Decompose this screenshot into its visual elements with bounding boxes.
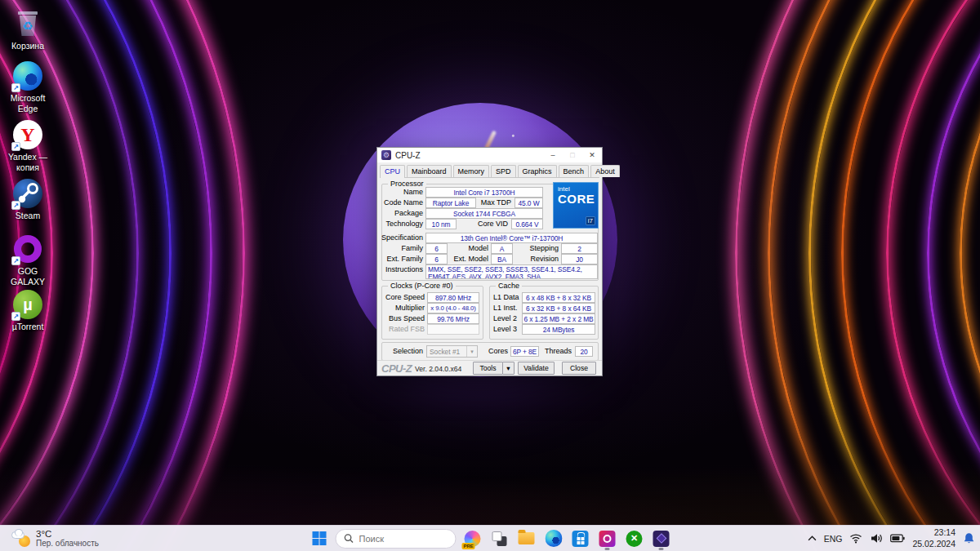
battery-icon[interactable]	[890, 534, 905, 543]
desktop-icon-label: Steam	[16, 211, 40, 221]
shortcut-arrow-icon: ↗	[11, 312, 20, 321]
name-field: Intel Core i7 13700H	[425, 187, 543, 198]
desktop-icon-label: GOG GALAXY	[2, 266, 54, 287]
tab-bench[interactable]: Bench	[559, 165, 590, 177]
wifi-icon[interactable]	[849, 533, 862, 544]
tab-memory[interactable]: Memory	[453, 165, 490, 177]
l1-inst-field: 6 x 32 KB + 8 x 64 KB	[522, 303, 595, 313]
microsoft-store-icon	[572, 531, 589, 547]
intel-core-text: CORE	[558, 193, 594, 206]
cpuz-window: ⚙ CPU-Z – □ ✕ CPU Mainboard Memory SPD G…	[376, 147, 603, 376]
desktop-icon-column: ♻ Корзина ↗ Microsoft Edge Y ↗ Yandex — …	[2, 5, 56, 348]
ext-family-label: Ext. Family	[379, 254, 423, 264]
validate-button[interactable]: Validate	[518, 362, 555, 375]
clock[interactable]: 23:14 25.02.2024	[912, 527, 956, 549]
search-input[interactable]	[359, 534, 441, 544]
clocks-group-label: Clocks (P-Core #0)	[388, 282, 456, 290]
taskbar-search[interactable]	[336, 529, 457, 549]
running-app-icon	[599, 531, 616, 547]
weather-condition: Пер. облачность	[36, 539, 99, 548]
taskbar: 3°C Пер. облачность PRE	[0, 525, 980, 551]
title-bar[interactable]: ⚙ CPU-Z – □ ✕	[377, 148, 602, 162]
l1-inst-label: L1 Inst.	[493, 303, 520, 313]
shortcut-arrow-icon: ↗	[11, 83, 20, 92]
revision-label: Revision	[523, 254, 559, 264]
desktop-icon-edge[interactable]: ↗ Microsoft Edge	[2, 60, 54, 113]
model-label: Model	[459, 243, 488, 253]
l1-data-field: 6 x 48 KB + 8 x 32 KB	[522, 292, 595, 303]
ext-model-field: BA	[491, 254, 513, 264]
level2-label: Level 2	[493, 313, 520, 323]
volume-icon[interactable]	[870, 533, 883, 544]
cores-field: 6P + 8E	[510, 346, 539, 357]
rated-fsb-label: Rated FSB	[381, 324, 425, 334]
start-button[interactable]	[309, 528, 330, 549]
bus-speed-field: 99.76 MHz	[427, 313, 479, 324]
desktop-icon-steam[interactable]: ↗ Steam	[2, 178, 54, 221]
max-tdp-label: Max TDP	[477, 198, 511, 207]
tab-strip: CPU Mainboard Memory SPD Graphics Bench …	[380, 164, 599, 178]
bus-speed-label: Bus Speed	[381, 313, 425, 323]
tab-spd[interactable]: SPD	[491, 165, 516, 177]
file-explorer-icon	[519, 532, 535, 544]
selection-label: Selection	[387, 346, 423, 356]
steam-icon: ↗	[12, 178, 43, 209]
search-icon	[344, 533, 354, 544]
microsoft-store-button[interactable]	[570, 528, 591, 549]
edge-taskbar-button[interactable]	[543, 528, 564, 549]
cpuz-taskbar-button[interactable]	[651, 528, 672, 549]
threads-label: Threads	[541, 346, 572, 356]
selection-dropdown[interactable]: Socket #1 ▾	[426, 345, 478, 358]
tab-about[interactable]: About	[590, 165, 620, 177]
windows-logo-icon	[312, 531, 326, 545]
task-view-button[interactable]	[489, 528, 510, 549]
version-text: Ver. 2.04.0.x64	[415, 365, 461, 373]
weather-widget[interactable]: 3°C Пер. облачность	[7, 526, 104, 551]
technology-field: 10 nm	[425, 219, 457, 229]
task-view-icon	[492, 531, 507, 546]
window-title: CPU-Z	[395, 151, 421, 160]
xbox-button[interactable]: ✕	[624, 528, 645, 549]
core-speed-field: 897.80 MHz	[427, 292, 479, 303]
code-name-field: Raptor Lake	[425, 198, 476, 208]
name-label: Name	[379, 187, 423, 197]
cpuz-app-icon: ⚙	[381, 150, 391, 160]
tab-graphics[interactable]: Graphics	[518, 165, 557, 177]
minimize-button[interactable]: –	[543, 148, 563, 162]
model-field: A	[491, 243, 513, 254]
tools-button[interactable]: Tools	[473, 362, 503, 375]
gog-galaxy-icon: ↗	[12, 233, 43, 264]
desktop-icon-recycle-bin[interactable]: ♻ Корзина	[2, 8, 54, 51]
close-window-button[interactable]: Close	[562, 362, 596, 375]
family-label: Family	[379, 243, 423, 253]
tray-chevron-up-icon[interactable]	[808, 535, 817, 541]
tab-mainboard[interactable]: Mainboard	[407, 165, 452, 177]
utorrent-icon: µ ↗	[12, 289, 43, 320]
tools-dropdown-button[interactable]: ▾	[502, 362, 514, 375]
status-bar: CPU-Z Ver. 2.04.0.x64 Tools ▾ Validate C…	[377, 360, 602, 375]
file-explorer-button[interactable]	[516, 528, 537, 549]
tab-cpu[interactable]: CPU	[380, 165, 405, 178]
core-vid-field: 0.664 V	[511, 219, 543, 229]
l1-data-label: L1 Data	[493, 292, 520, 302]
instructions-field: MMX, SSE, SSE2, SSE3, SSSE3, SSE4.1, SSE…	[425, 264, 598, 279]
language-indicator[interactable]: ENG	[824, 534, 843, 544]
desktop-icon-label: Корзина	[11, 41, 44, 51]
specification-field: 13th Gen Intel® Core™ i7-13700H	[425, 233, 598, 243]
intel-core-badge: intel CORE i7	[553, 182, 599, 229]
desktop-icon-utorrent[interactable]: µ ↗ µTorrent	[2, 289, 54, 332]
edge-icon: ↗	[12, 60, 43, 91]
cache-group-label: Cache	[496, 282, 522, 290]
desktop-icon-gog[interactable]: ↗ GOG GALAXY	[2, 233, 54, 287]
copilot-button[interactable]: PRE	[462, 528, 483, 549]
threads-field: 20	[575, 346, 593, 357]
technology-label: Technology	[379, 219, 423, 229]
weather-icon	[11, 530, 31, 548]
close-button[interactable]: ✕	[582, 148, 602, 162]
notification-bell-icon[interactable]	[963, 532, 975, 544]
family-field: 6	[425, 243, 448, 254]
core-speed-label: Core Speed	[381, 292, 425, 302]
running-app-button[interactable]	[597, 528, 618, 549]
desktop-icon-yandex[interactable]: Y ↗ Yandex — копия	[2, 119, 54, 172]
level3-label: Level 3	[493, 324, 520, 334]
